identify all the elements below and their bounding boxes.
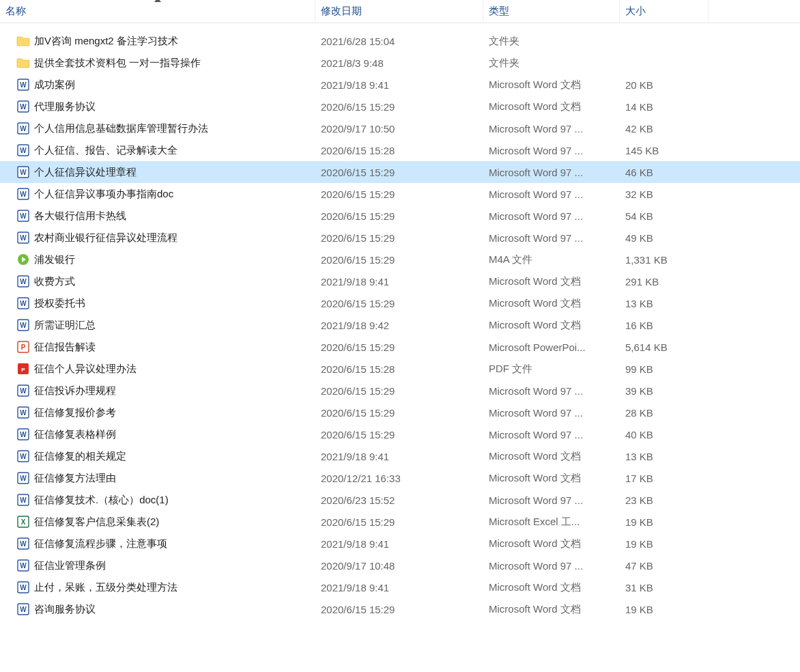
file-type-cell: 文件夹 bbox=[483, 35, 620, 48]
file-name-cell[interactable]: 所需证明汇总 bbox=[0, 318, 315, 332]
file-date-cell: 2020/6/15 15:29 bbox=[315, 210, 483, 222]
file-row[interactable]: 收费方式2021/9/18 9:41Microsoft Word 文档291 K… bbox=[0, 270, 800, 292]
file-name-cell[interactable]: 征信修复报价参考 bbox=[0, 406, 315, 419]
file-type-cell: Microsoft Word 文档 bbox=[483, 472, 620, 485]
file-name-cell[interactable]: 征信修复的相关规定 bbox=[0, 449, 315, 463]
file-date-cell: 2020/6/15 15:29 bbox=[315, 429, 483, 440]
file-name-cell[interactable]: 个人征信异议事项办事指南doc bbox=[0, 187, 315, 201]
word-icon bbox=[16, 143, 30, 157]
file-row[interactable]: 成功案例2021/9/18 9:41Microsoft Word 文档20 KB bbox=[0, 74, 800, 96]
file-date-cell: 2020/6/15 15:29 bbox=[315, 101, 483, 113]
file-row[interactable]: 提供全套技术资料包 一对一指导操作2021/8/3 9:48文件夹 bbox=[0, 52, 800, 74]
file-row[interactable]: 止付，呆账，五级分类处理方法2021/9/18 9:41Microsoft Wo… bbox=[0, 576, 800, 598]
file-list: 加V咨询 mengxt2 备注学习技术2021/6/28 15:04文件夹提供全… bbox=[0, 23, 800, 620]
file-date-cell: 2020/6/15 15:28 bbox=[315, 145, 483, 156]
file-type-cell: Microsoft Word 文档 bbox=[483, 603, 620, 616]
file-name-cell[interactable]: 征信投诉办理规程 bbox=[0, 384, 315, 397]
file-name-label: 所需证明汇总 bbox=[34, 319, 96, 332]
file-name-cell[interactable]: 征信业管理条例 bbox=[0, 559, 315, 572]
file-row[interactable]: 咨询服务协议2020/6/15 15:29Microsoft Word 文档19… bbox=[0, 598, 800, 620]
column-header-type[interactable]: 类型 bbox=[483, 0, 620, 23]
file-date-cell: 2020/6/15 15:29 bbox=[315, 232, 483, 244]
file-name-label: 加V咨询 mengxt2 备注学习技术 bbox=[34, 35, 178, 48]
file-name-label: 征信修复的相关规定 bbox=[34, 450, 126, 463]
column-header-name-label: 名称 bbox=[5, 5, 26, 18]
file-name-cell[interactable]: 征信个人异议处理办法 bbox=[0, 362, 315, 376]
file-name-cell[interactable]: 咨询服务协议 bbox=[0, 602, 315, 616]
file-size-cell: 23 KB bbox=[620, 494, 709, 506]
file-row[interactable]: 征信个人异议处理办法2020/6/15 15:28PDF 文件99 KB bbox=[0, 358, 800, 380]
file-type-cell: Microsoft Word 97 ... bbox=[483, 232, 620, 244]
file-row[interactable]: 征信修复的相关规定2021/9/18 9:41Microsoft Word 文档… bbox=[0, 445, 800, 467]
file-name-cell[interactable]: 成功案例 bbox=[0, 78, 315, 92]
word-icon bbox=[16, 428, 30, 441]
file-type-cell: Microsoft Word 文档 bbox=[483, 297, 620, 310]
file-row[interactable]: 征信修复技术.（核心）doc(1)2020/6/23 15:52Microsof… bbox=[0, 489, 800, 511]
column-header-date[interactable]: 修改日期 bbox=[315, 0, 483, 23]
file-name-cell[interactable]: 收费方式 bbox=[0, 275, 315, 288]
file-row[interactable]: 征信业管理条例2020/9/17 10:48Microsoft Word 97 … bbox=[0, 555, 800, 576]
file-size-cell: 145 KB bbox=[620, 145, 709, 156]
file-date-cell: 2021/9/18 9:41 bbox=[315, 582, 483, 593]
file-name-cell[interactable]: 个人征信、报告、记录解读大全 bbox=[0, 143, 315, 157]
file-date-cell: 2020/6/15 15:29 bbox=[315, 407, 483, 419]
file-name-cell[interactable]: 征信修复表格样例 bbox=[0, 428, 315, 441]
column-header-name[interactable]: 名称 bbox=[0, 0, 315, 23]
column-header-size[interactable]: 大小 bbox=[620, 0, 709, 23]
file-date-cell: 2020/6/15 15:29 bbox=[315, 254, 483, 266]
file-size-cell: 13 KB bbox=[620, 451, 709, 462]
file-row[interactable]: 征信修复流程步骤，注意事项2021/9/18 9:41Microsoft Wor… bbox=[0, 533, 800, 555]
file-row[interactable]: 个人征信异议处理章程2020/6/15 15:29Microsoft Word … bbox=[0, 161, 800, 183]
file-row[interactable]: 农村商业银行征信异议处理流程2020/6/15 15:29Microsoft W… bbox=[0, 227, 800, 249]
file-row[interactable]: 个人信用信息基础数据库管理暂行办法2020/9/17 10:50Microsof… bbox=[0, 117, 800, 139]
file-name-cell[interactable]: 浦发银行 bbox=[0, 253, 315, 266]
file-name-cell[interactable]: 征信修复方法理由 bbox=[0, 471, 315, 485]
column-header-type-label: 类型 bbox=[489, 5, 509, 18]
file-type-cell: Microsoft Word 97 ... bbox=[483, 560, 620, 572]
file-name-cell[interactable]: 授权委托书 bbox=[0, 296, 315, 310]
file-name-cell[interactable]: 各大银行信用卡热线 bbox=[0, 209, 315, 223]
file-name-cell[interactable]: 个人征信异议处理章程 bbox=[0, 165, 315, 179]
file-name-cell[interactable]: 加V咨询 mengxt2 备注学习技术 bbox=[0, 34, 315, 48]
file-name-cell[interactable]: 代理服务协议 bbox=[0, 100, 315, 113]
file-name-cell[interactable]: 农村商业银行征信异议处理流程 bbox=[0, 231, 315, 244]
file-row[interactable]: 各大银行信用卡热线2020/6/15 15:29Microsoft Word 9… bbox=[0, 205, 800, 227]
file-name-label: 征信投诉办理规程 bbox=[34, 384, 116, 397]
file-name-cell[interactable]: 提供全套技术资料包 一对一指导操作 bbox=[0, 56, 315, 70]
file-size-cell: 54 KB bbox=[620, 210, 709, 222]
file-row[interactable]: 代理服务协议2020/6/15 15:29Microsoft Word 文档14… bbox=[0, 96, 800, 117]
file-row[interactable]: 征信修复报价参考2020/6/15 15:29Microsoft Word 97… bbox=[0, 402, 800, 423]
file-name-label: 征信业管理条例 bbox=[34, 559, 106, 572]
file-row[interactable]: 加V咨询 mengxt2 备注学习技术2021/6/28 15:04文件夹 bbox=[0, 30, 800, 52]
file-name-label: 征信修复流程步骤，注意事项 bbox=[34, 537, 167, 550]
sort-ascending-icon bbox=[154, 0, 161, 2]
file-date-cell: 2020/9/17 10:48 bbox=[315, 560, 483, 572]
file-name-label: 征信修复表格样例 bbox=[34, 428, 116, 441]
file-name-cell[interactable]: 征信修复流程步骤，注意事项 bbox=[0, 537, 315, 550]
file-row[interactable]: 征信修复客户信息采集表(2)2020/6/15 15:29Microsoft E… bbox=[0, 511, 800, 533]
word-icon bbox=[16, 231, 30, 244]
word-icon bbox=[16, 493, 30, 507]
file-row[interactable]: 个人征信异议事项办事指南doc2020/6/15 15:29Microsoft … bbox=[0, 183, 800, 205]
file-row[interactable]: 浦发银行2020/6/15 15:29M4A 文件1,331 KB bbox=[0, 249, 800, 270]
word-icon bbox=[16, 559, 30, 572]
file-row[interactable]: 征信修复表格样例2020/6/15 15:29Microsoft Word 97… bbox=[0, 423, 800, 445]
file-name-label: 个人征信异议事项办事指南doc bbox=[34, 188, 173, 201]
file-row[interactable]: 征信投诉办理规程2020/6/15 15:29Microsoft Word 97… bbox=[0, 380, 800, 402]
file-row[interactable]: 征信修复方法理由2020/12/21 16:33Microsoft Word 文… bbox=[0, 467, 800, 489]
file-date-cell: 2020/6/15 15:29 bbox=[315, 385, 483, 397]
word-icon bbox=[16, 537, 30, 550]
file-name-label: 征信个人异议处理办法 bbox=[34, 363, 137, 376]
file-size-cell: 5,614 KB bbox=[620, 341, 709, 353]
file-name-cell[interactable]: 征信修复技术.（核心）doc(1) bbox=[0, 493, 315, 507]
file-row[interactable]: 授权委托书2020/6/15 15:29Microsoft Word 文档13 … bbox=[0, 292, 800, 314]
file-row[interactable]: 征信报告解读2020/6/15 15:29Microsoft PowerPoi.… bbox=[0, 336, 800, 358]
file-size-cell: 13 KB bbox=[620, 298, 709, 309]
file-size-cell: 28 KB bbox=[620, 407, 709, 419]
file-name-cell[interactable]: 止付，呆账，五级分类处理方法 bbox=[0, 580, 315, 594]
file-name-cell[interactable]: 征信报告解读 bbox=[0, 340, 315, 354]
file-row[interactable]: 所需证明汇总2021/9/18 9:42Microsoft Word 文档16 … bbox=[0, 314, 800, 336]
file-row[interactable]: 个人征信、报告、记录解读大全2020/6/15 15:28Microsoft W… bbox=[0, 139, 800, 161]
file-name-cell[interactable]: 征信修复客户信息采集表(2) bbox=[0, 515, 315, 529]
file-name-cell[interactable]: 个人信用信息基础数据库管理暂行办法 bbox=[0, 122, 315, 135]
